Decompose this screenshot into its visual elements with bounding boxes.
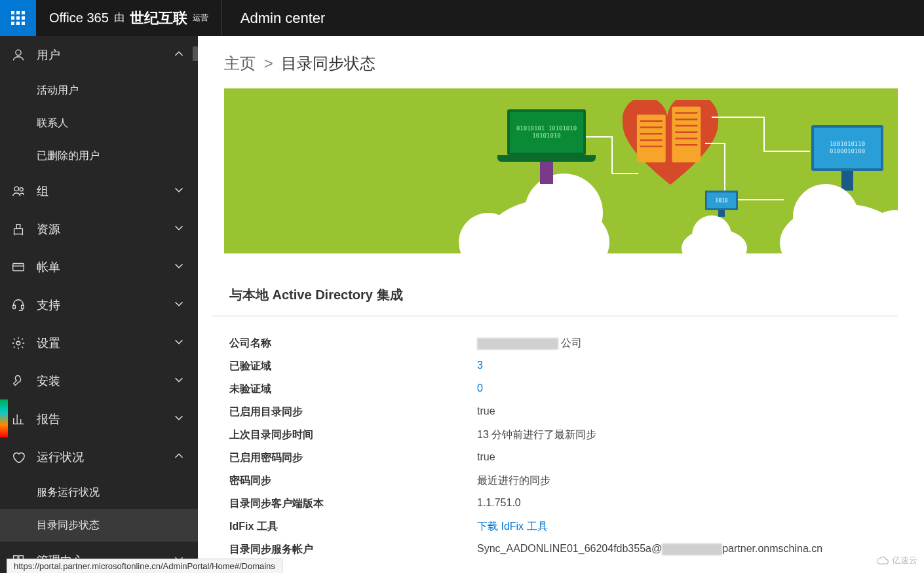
value-idfix[interactable]: 下载 IdFix 工具 (477, 520, 548, 534)
app-launcher-button[interactable] (0, 0, 36, 36)
breadcrumb-separator: > (264, 54, 273, 72)
resources-icon (9, 222, 28, 236)
divider (212, 316, 898, 316)
svg-rect-4 (16, 225, 20, 229)
billing-icon (9, 260, 28, 274)
sidebar-item-label: 安装 (37, 373, 60, 389)
sidebar-item-label: 报告 (37, 411, 60, 427)
top-bar: Office 365 由 世纪互联 运营 Admin center (0, 0, 924, 36)
waffle-icon (11, 11, 25, 25)
value-svc-acct: Sync_AADONLINE01_66204fdb355a@partner.on… (477, 543, 822, 557)
sidebar-item-label: 资源 (37, 221, 60, 237)
sidebar-item-reports[interactable]: 报告 (0, 400, 198, 438)
value-sync-enabled: true (477, 405, 495, 419)
status-bar-url: https://portal.partner.microsoftonline.c… (7, 559, 282, 573)
sidebar-item-label: 帐单 (37, 259, 60, 275)
brand-o365: Office 365 (49, 10, 109, 26)
svg-rect-14 (672, 107, 701, 162)
svg-point-1 (14, 187, 18, 191)
sidebar-subitem-dirsync-status[interactable]: 目录同步状态 (0, 509, 198, 542)
svg-point-8 (16, 341, 20, 345)
brand-by: 由 (114, 11, 125, 25)
value-pwd-sync: 最近进行的同步 (477, 474, 550, 488)
label-idfix: IdFix 工具 (229, 520, 477, 534)
sidebar-item-label: 支持 (37, 297, 60, 313)
breadcrumb-current: 目录同步状态 (281, 54, 375, 72)
label-verified: 已验证域 (229, 360, 477, 373)
value-unverified[interactable]: 0 (477, 382, 483, 396)
sidebar-item-label: 设置 (37, 335, 60, 351)
watermark: 亿速云 (876, 555, 917, 566)
sidebar-item-users[interactable]: 用户 (0, 36, 198, 74)
chevron-down-icon (172, 297, 186, 314)
svg-rect-3 (14, 229, 23, 234)
section-title: 与本地 Active Directory 集成 (229, 286, 898, 304)
sidebar-item-label: 组 (37, 183, 48, 199)
sidebar-subitem-contacts[interactable]: 联系人 (0, 107, 198, 139)
breadcrumb: 主页 > 目录同步状态 (198, 36, 924, 88)
chevron-down-icon (172, 411, 186, 428)
main-content: 主页 > 目录同步状态 01010101 10101010 10101010 (198, 36, 924, 573)
svg-point-2 (20, 188, 23, 191)
sidebar-item-label: 运行状况 (37, 449, 84, 465)
value-client-ver: 1.1.751.0 (477, 497, 521, 511)
value-last-sync: 13 分钟前进行了最新同步 (477, 428, 596, 442)
sidebar-subitem-active-users[interactable]: 活动用户 (0, 74, 198, 107)
sidebar-subitem-service-health[interactable]: 服务运行状况 (0, 476, 198, 509)
sidebar-item-groups[interactable]: 组 (0, 172, 198, 210)
support-icon (9, 298, 28, 312)
chevron-up-icon (172, 449, 186, 466)
sidebar-subitem-deleted-users[interactable]: 已删除的用户 (0, 139, 198, 172)
row-client-ver: 目录同步客户端版本 1.1.751.0 (229, 492, 898, 515)
sidebar-item-support[interactable]: 支持 (0, 286, 198, 324)
row-svc-acct: 目录同步服务帐户 Sync_AADONLINE01_66204fdb355a@p… (229, 538, 898, 561)
cloud-icon (876, 555, 889, 566)
app-title: Admin center (222, 10, 344, 27)
chevron-up-icon (172, 46, 186, 64)
label-last-sync: 上次目录同步时间 (229, 428, 477, 442)
label-svc-acct: 目录同步服务帐户 (229, 543, 477, 557)
hero-illustration: 01010101 10101010 10101010 1010 1001 (224, 88, 898, 253)
chevron-down-icon (172, 221, 186, 238)
value-verified[interactable]: 3 (477, 360, 483, 373)
feedback-tab[interactable] (0, 399, 8, 437)
sidebar: 用户 活动用户 联系人 已删除的用户 组 资源 帐单 (0, 36, 198, 573)
chevron-down-icon (172, 373, 186, 390)
svg-rect-5 (13, 264, 24, 271)
brand-cn: 世纪互联 (130, 9, 187, 28)
sidebar-item-billing[interactable]: 帐单 (0, 248, 198, 286)
row-company: 公司名称 公司 (229, 332, 898, 355)
gear-icon (9, 336, 28, 350)
svg-point-0 (16, 50, 21, 55)
monitor-graphic: 1001010110 0100010100 (811, 125, 883, 184)
label-pwd-sync-enabled: 已启用密码同步 (229, 451, 477, 465)
reports-icon (9, 412, 28, 426)
label-unverified: 未验证域 (229, 382, 477, 396)
laptop-graphic: 01010101 10101010 10101010 (507, 109, 586, 163)
sidebar-item-label: 用户 (37, 47, 60, 63)
heart-servers-graphic (623, 100, 718, 188)
small-monitor-graphic: 1010 (705, 191, 738, 218)
row-sync-enabled: 已启用目录同步 true (229, 401, 898, 424)
breadcrumb-home[interactable]: 主页 (224, 54, 256, 72)
sidebar-item-resources[interactable]: 资源 (0, 210, 198, 248)
svg-rect-6 (13, 305, 16, 309)
groups-icon (9, 184, 28, 198)
row-unverified: 未验证域 0 (229, 378, 898, 401)
label-sync-enabled: 已启用目录同步 (229, 405, 477, 419)
info-table: 公司名称 公司 已验证域 3 未验证域 0 已启用目录同步 true 上次目录同… (229, 332, 898, 561)
wrench-icon (9, 374, 28, 388)
brand-run: 运营 (193, 12, 208, 24)
sidebar-item-settings[interactable]: 设置 (0, 324, 198, 362)
chevron-down-icon (172, 335, 186, 352)
sidebar-item-health[interactable]: 运行状况 (0, 438, 198, 476)
value-company: 公司 (477, 337, 582, 350)
row-idfix: IdFix 工具 下载 IdFix 工具 (229, 515, 898, 538)
row-verified: 已验证域 3 (229, 355, 898, 378)
sidebar-item-setup[interactable]: 安装 (0, 362, 198, 400)
label-client-ver: 目录同步客户端版本 (229, 497, 477, 511)
svg-rect-7 (22, 305, 24, 309)
row-pwd-sync: 密码同步 最近进行的同步 (229, 470, 898, 492)
health-icon (9, 450, 28, 464)
chevron-down-icon (172, 183, 186, 200)
